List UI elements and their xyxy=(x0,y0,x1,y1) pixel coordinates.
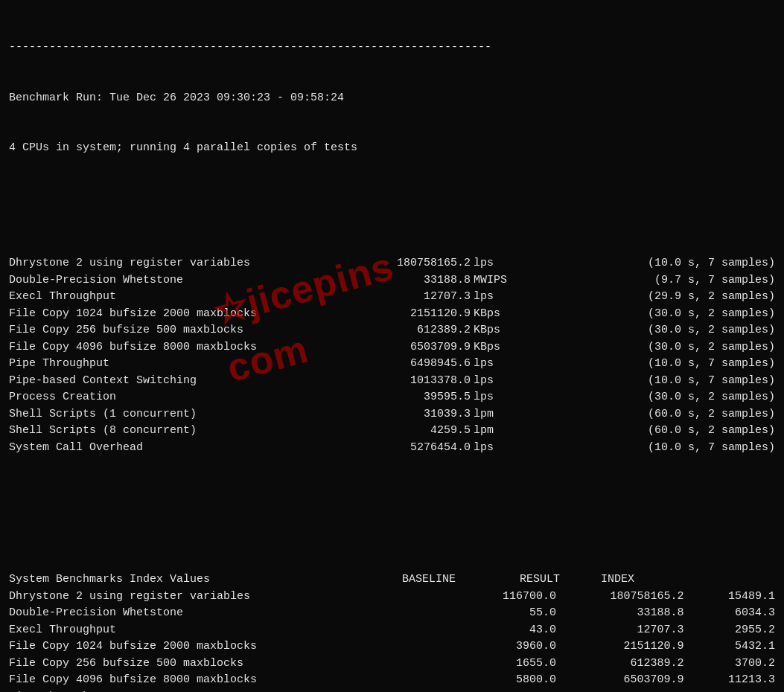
index-row-result: 12707.3 xyxy=(556,622,684,639)
bench-unit: lpm xyxy=(471,406,523,423)
benchmark-row: Double-Precision Whetstone 33188.8 MWIPS… xyxy=(9,272,775,289)
bench-name: Double-Precision Whetstone xyxy=(9,272,366,289)
bench-unit: lpm xyxy=(471,423,523,440)
cpu-header-line: 4 CPUs in system; running 4 parallel cop… xyxy=(9,140,775,157)
bench-value: 6498945.6 xyxy=(366,356,471,373)
index-row-baseline: 3960.0 xyxy=(447,638,556,656)
bench-extra: (60.0 s, 2 samples) xyxy=(523,406,775,423)
bench-name: Shell Scripts (1 concurrent) xyxy=(9,406,366,423)
bench-extra: (10.0 s, 7 samples) xyxy=(523,440,775,457)
index-header-row: System Benchmarks Index Values BASELINE … xyxy=(9,571,775,589)
bench-name: File Copy 4096 bufsize 8000 maxblocks xyxy=(9,339,366,356)
bench-unit: lps xyxy=(471,289,523,306)
index-row: Dhrystone 2 using register variables 116… xyxy=(9,589,775,606)
index-col-index: INDEX xyxy=(560,571,634,589)
bench-name: Pipe-based Context Switching xyxy=(9,373,366,390)
bench-value: 2151120.9 xyxy=(366,306,471,323)
bench-value: 12707.3 xyxy=(366,289,471,306)
index-row: Pipe Throughput 12440.0 6498945.6 5224.2 xyxy=(9,689,775,693)
index-row-result: 2151120.9 xyxy=(556,638,684,656)
benchmark-row: Dhrystone 2 using register variables 180… xyxy=(9,255,775,272)
index-row-baseline: 43.0 xyxy=(447,622,556,639)
bench-name: Pipe Throughput xyxy=(9,356,366,373)
benchmark-row: Pipe Throughput 6498945.6 lps (10.0 s, 7… xyxy=(9,356,775,373)
bench-name: File Copy 256 bufsize 500 maxblocks xyxy=(9,322,366,339)
bench-unit: lps xyxy=(471,373,523,390)
index-row-baseline: 55.0 xyxy=(447,605,556,622)
bench-name: File Copy 1024 bufsize 2000 maxblocks xyxy=(9,306,366,323)
benchmark-table: Dhrystone 2 using register variables 180… xyxy=(9,255,775,456)
bench-value: 33188.8 xyxy=(366,272,471,289)
bench-unit: lps xyxy=(471,255,523,272)
bench-name: Dhrystone 2 using register variables xyxy=(9,255,366,272)
index-row: File Copy 256 bufsize 500 maxblocks 1655… xyxy=(9,656,775,673)
index-row-result: 33188.8 xyxy=(556,605,684,622)
bench-value: 6503709.9 xyxy=(366,339,471,356)
bench-value: 39595.5 xyxy=(366,389,471,406)
bench-value: 612389.2 xyxy=(366,322,471,339)
bench-unit: MWIPS xyxy=(471,272,523,289)
index-row-index: 2955.2 xyxy=(684,622,776,639)
bench-extra: (30.0 s, 2 samples) xyxy=(523,389,775,406)
index-row-index: 5224.2 xyxy=(684,689,776,693)
index-row-name: Pipe Throughput xyxy=(9,689,447,693)
index-row-name: File Copy 1024 bufsize 2000 maxblocks xyxy=(9,638,447,656)
bench-unit: KBps xyxy=(471,306,523,323)
index-row-name: File Copy 256 bufsize 500 maxblocks xyxy=(9,656,447,673)
index-row-name: Execl Throughput xyxy=(9,622,447,639)
bench-name: Process Creation xyxy=(9,389,366,406)
index-row-index: 15489.1 xyxy=(684,589,776,606)
bench-extra: (10.0 s, 7 samples) xyxy=(523,255,775,272)
index-row-name: Dhrystone 2 using register variables xyxy=(9,589,447,606)
bench-value: 4259.5 xyxy=(366,423,471,440)
bench-unit: KBps xyxy=(471,322,523,339)
benchmark-row: File Copy 1024 bufsize 2000 maxblocks 21… xyxy=(9,306,775,323)
benchmark-row: Shell Scripts (1 concurrent) 31039.3 lpm… xyxy=(9,406,775,423)
bench-extra: (10.0 s, 7 samples) xyxy=(523,356,775,373)
index-row-result: 6498945.6 xyxy=(556,689,684,693)
index-table: Dhrystone 2 using register variables 116… xyxy=(9,589,775,693)
bench-name: Shell Scripts (8 concurrent) xyxy=(9,423,366,440)
bench-value: 5276454.0 xyxy=(366,440,471,457)
index-col-result: RESULT xyxy=(456,571,560,589)
benchmark-row: System Call Overhead 5276454.0 lps (10.0… xyxy=(9,440,775,457)
benchmark-row: File Copy 256 bufsize 500 maxblocks 6123… xyxy=(9,322,775,339)
index-row-index: 11213.3 xyxy=(684,672,776,689)
bench-extra: (30.0 s, 2 samples) xyxy=(523,306,775,323)
index-row: File Copy 1024 bufsize 2000 maxblocks 39… xyxy=(9,638,775,656)
index-section: System Benchmarks Index Values BASELINE … xyxy=(9,571,775,692)
benchmark-row: Execl Throughput 12707.3 lps (29.9 s, 2 … xyxy=(9,289,775,306)
bench-name: Execl Throughput xyxy=(9,289,366,306)
index-header-label: System Benchmarks Index Values xyxy=(9,571,366,589)
run-header-line: Benchmark Run: Tue Dec 26 2023 09:30:23 … xyxy=(9,90,775,107)
bench-name: System Call Overhead xyxy=(9,440,366,457)
index-row-baseline: 1655.0 xyxy=(447,656,556,673)
index-row-result: 180758165.2 xyxy=(556,589,684,606)
index-col-baseline: BASELINE xyxy=(366,571,456,589)
index-row-index: 3700.2 xyxy=(684,656,776,673)
bench-value: 180758165.2 xyxy=(366,255,471,272)
separator-top: ----------------------------------------… xyxy=(9,39,775,57)
bench-extra: (30.0 s, 2 samples) xyxy=(523,322,775,339)
bench-unit: lps xyxy=(471,440,523,457)
benchmark-row: File Copy 4096 bufsize 8000 maxblocks 65… xyxy=(9,339,775,356)
index-row: File Copy 4096 bufsize 8000 maxblocks 58… xyxy=(9,672,775,689)
index-row-baseline: 116700.0 xyxy=(447,589,556,606)
index-row-baseline: 5800.0 xyxy=(447,672,556,689)
bench-extra: (10.0 s, 7 samples) xyxy=(523,373,775,390)
bench-extra: (60.0 s, 2 samples) xyxy=(523,423,775,440)
benchmark-row: Process Creation 39595.5 lps (30.0 s, 2 … xyxy=(9,389,775,406)
index-row: Execl Throughput 43.0 12707.3 2955.2 xyxy=(9,622,775,639)
bench-value: 31039.3 xyxy=(366,406,471,423)
terminal-output: ----------------------------------------… xyxy=(9,6,775,692)
index-row-name: File Copy 4096 bufsize 8000 maxblocks xyxy=(9,672,447,689)
index-row-index: 6034.3 xyxy=(684,605,776,622)
index-row-result: 612389.2 xyxy=(556,656,684,673)
bench-extra: (29.9 s, 2 samples) xyxy=(523,289,775,306)
benchmark-row: Shell Scripts (8 concurrent) 4259.5 lpm … xyxy=(9,423,775,440)
bench-unit: lps xyxy=(471,356,523,373)
index-row-baseline: 12440.0 xyxy=(447,689,556,693)
bench-extra: (9.7 s, 7 samples) xyxy=(523,272,775,289)
index-row: Double-Precision Whetstone 55.0 33188.8 … xyxy=(9,605,775,622)
index-row-index: 5432.1 xyxy=(684,638,776,656)
